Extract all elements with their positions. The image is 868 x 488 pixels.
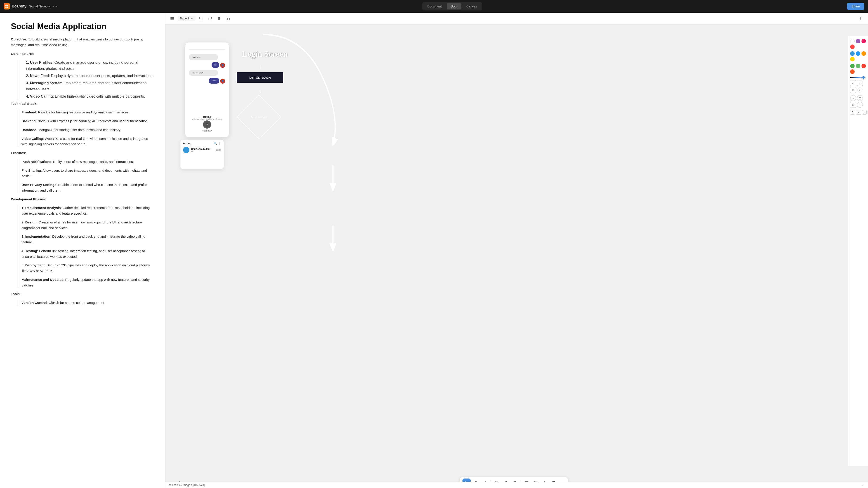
swatch-row-1	[850, 39, 866, 49]
svg-rect-2	[5, 6, 6, 8]
boardify-logo-icon[interactable]	[4, 3, 10, 9]
texting-card: texting 🔍 ⋮ Bhavishya Kumar Hi 11:49	[180, 140, 224, 169]
more-icon[interactable]: ⋮	[218, 142, 221, 145]
tab-document[interactable]: Document	[423, 3, 446, 9]
copy-icon[interactable]	[224, 15, 232, 22]
size-m-button[interactable]: M	[856, 110, 861, 115]
canvas-content[interactable]: Hey there! Hi! 👤 How are you? Good! 👤 te…	[165, 24, 868, 477]
features-heading: Features: -	[11, 150, 154, 156]
shape-row-1: ▭ ▭ □ ◇	[850, 80, 866, 93]
shape-circle-sm-btn[interactable]: ●	[857, 102, 863, 108]
project-menu-dots[interactable]: ⋯	[53, 4, 57, 9]
chat-area: Hey there! Hi! 👤 How are you? Good! 👤	[189, 47, 225, 116]
canvas-more-button[interactable]	[857, 15, 864, 22]
shape-diamond-btn[interactable]: ◇	[857, 87, 863, 93]
topbar: Boardify Social Network ⋯ Document Both …	[0, 0, 868, 13]
canvas-arrows	[165, 24, 868, 477]
logo-area: Boardify Social Network ⋯	[4, 3, 57, 9]
texting-card-title: texting	[183, 142, 191, 145]
swatch-orange[interactable]	[862, 51, 866, 56]
swatch-row-3	[850, 64, 866, 74]
tools-list: Version Control: GitHub for source code …	[18, 300, 154, 306]
list-item: 2. News Feed: Display a dynamic feed of …	[26, 73, 154, 79]
list-item: 1. User Profiles: Create and manage user…	[26, 60, 154, 72]
svg-rect-4	[170, 18, 174, 18]
login-google-label: login with google	[249, 76, 271, 79]
size-row: S M L XL	[850, 110, 866, 115]
delete-icon[interactable]	[215, 15, 223, 22]
color-slider[interactable]	[850, 77, 866, 78]
chat-info: Bhavishya Kumar Hi	[191, 148, 214, 153]
share-button[interactable]: Share	[847, 3, 864, 10]
swatch-red2[interactable]	[862, 64, 866, 68]
swatch-deep-orange[interactable]	[850, 69, 855, 74]
hamburger-icon[interactable]	[168, 15, 176, 22]
avatar	[183, 147, 189, 153]
size-s-button[interactable]: S	[850, 110, 855, 115]
shape-rect-round-btn[interactable]: ▭	[857, 80, 863, 86]
swatch-blue2[interactable]	[856, 51, 860, 56]
swatch-pink[interactable]	[862, 39, 866, 43]
phone-label: texting a simple real-time chat applicat…	[192, 116, 222, 121]
list-item: Database: MongoDB for storing user data,…	[22, 127, 154, 133]
shape-rect-btn[interactable]: ▭	[850, 80, 856, 86]
swatch-green2[interactable]	[856, 64, 860, 68]
redo-icon[interactable]	[206, 15, 214, 22]
tools-label: Tools	[11, 292, 20, 296]
view-tabs: Document Both Canvas	[422, 2, 482, 10]
swatch-green[interactable]	[850, 64, 855, 68]
size-l-button[interactable]: L	[862, 110, 867, 115]
core-features-label: Core Features	[11, 52, 34, 56]
dev-phases-list: 1. Requirement Analysis: Gather detailed…	[18, 205, 154, 288]
main-layout: Social Media Application Objective: To b…	[0, 0, 868, 488]
svg-rect-6	[170, 19, 174, 20]
chat-time: 11:49	[216, 149, 221, 151]
doc-core-features-heading: Core Features:	[11, 51, 154, 57]
list-item: 4. Video Calling: Enable high-quality vi…	[26, 94, 154, 99]
list-item: 3. Implementation: Develop the front and…	[22, 234, 154, 245]
texting-header-icons: 🔍 ⋮	[214, 142, 221, 145]
dev-phases-label: Development Phases	[11, 197, 45, 201]
phone-sublabel: a simple real-time chat application	[192, 118, 222, 121]
tab-both[interactable]: Both	[447, 3, 461, 9]
login-with-google-button[interactable]: login with google	[236, 72, 284, 83]
status-bar: select.idle / image / [346, 573] ···	[165, 482, 868, 488]
swatch-yellow[interactable]	[850, 57, 855, 61]
swatch-white[interactable]	[850, 39, 855, 43]
page-label: Page 1	[180, 17, 189, 20]
swatch-red[interactable]	[850, 44, 855, 49]
svg-point-10	[861, 19, 861, 20]
list-item: Video Calling: WebRTC is used for real-t…	[22, 136, 154, 147]
shape-circle-outline-btn[interactable]: ◯	[857, 95, 863, 101]
list-item: Backend: Node.js with Express.js for han…	[22, 119, 154, 124]
status-text: select.idle / image / [346, 573]	[168, 484, 205, 487]
canvas-toolbar-left: Page 1	[168, 15, 232, 22]
tab-canvas[interactable]: Canvas	[462, 3, 481, 9]
undo-icon[interactable]	[197, 15, 205, 22]
slider-thumb[interactable]	[862, 76, 865, 79]
swatch-purple[interactable]	[856, 39, 860, 43]
swatch-blue[interactable]	[850, 51, 855, 56]
canvas-panel[interactable]: Page 1	[165, 13, 868, 488]
chat-preview: Hi	[191, 150, 214, 153]
objective-text: : To build a social media platform that …	[11, 37, 143, 47]
page-selector[interactable]: Page 1	[178, 15, 195, 21]
tools-heading: Tools:	[11, 291, 154, 297]
search-icon[interactable]: 🔍	[214, 142, 217, 145]
project-name[interactable]: Social Network	[29, 4, 50, 8]
svg-rect-7	[227, 18, 229, 20]
doc-title: Social Media Application	[11, 22, 154, 31]
shape-hex-btn[interactable]: ⬡	[850, 102, 856, 108]
shape-circle-btn[interactable]: ○	[850, 95, 856, 101]
status-right: ···	[862, 484, 864, 487]
list-item: 1. Requirement Analysis: Gather detailed…	[22, 205, 154, 217]
auth-server-label: Auth server	[251, 116, 267, 119]
shape-rect-small-btn[interactable]: □	[850, 87, 856, 93]
chat-bubble-right: Good!	[209, 78, 219, 84]
start-button[interactable]	[203, 121, 211, 129]
arrow-down-1: ↓	[259, 63, 262, 70]
color-panel: ▭ ▭ □ ◇ ○ ◯ ⬡ ● S M L	[848, 36, 868, 466]
texting-card-header: texting 🔍 ⋮	[183, 142, 221, 145]
shape-row-2: ○ ◯ ⬡ ●	[850, 95, 866, 108]
features-label: Features	[11, 151, 25, 155]
